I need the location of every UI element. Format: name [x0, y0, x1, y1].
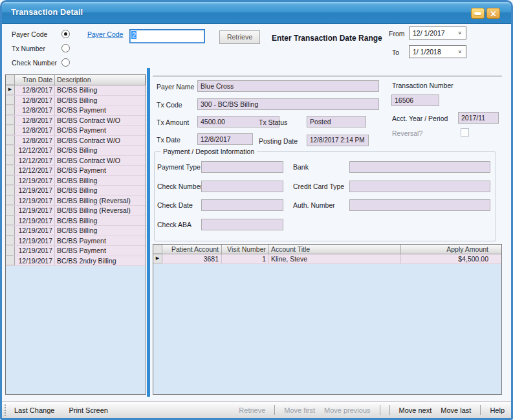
tran-date-column-header[interactable]: Tran Date [15, 75, 55, 85]
row-selector [6, 116, 15, 126]
tran-desc-cell: BC/BS Payment [55, 126, 146, 135]
reversal-checkbox[interactable] [461, 128, 469, 137]
tran-row[interactable]: 12/12/2017BC/BS Payment [6, 166, 146, 176]
tran-desc-cell: BC/BS Billing (Reversal) [55, 206, 146, 216]
payment-type-field [201, 161, 283, 173]
apply-grid-header: Patient Account Visit Number Account Tit… [153, 245, 501, 254]
payer-code-link[interactable]: Payer Code [87, 30, 123, 38]
tran-desc-cell: BC/BS Billing [55, 96, 146, 105]
visit-number-cell: 1 [222, 254, 269, 263]
tran-row[interactable]: 12/8/2017BC/BS Contract W/O [6, 136, 146, 146]
header-selector-cell [6, 75, 15, 85]
tran-row[interactable]: 12/8/2017BC/BS Contract W/O [6, 116, 146, 126]
apply-amount-cell: $4,500.00 [401, 254, 501, 263]
row-selector [6, 146, 15, 155]
bank-label: Bank [293, 163, 309, 171]
to-date-dropdown[interactable]: 1/ 1/2018 ∨ [409, 45, 466, 58]
tran-row[interactable]: 12/8/2017BC/BS Payment [6, 126, 146, 136]
tran-date-cell: 12/19/2017 [15, 206, 55, 216]
tran-row[interactable]: 12/19/2017BC/BS Billing [6, 176, 146, 186]
from-date-dropdown[interactable]: 12/ 1/2017 ∨ [409, 27, 466, 39]
radio-icon-payer-code[interactable] [61, 30, 70, 38]
tran-row[interactable]: 12/8/2017BC/BS Billing [6, 96, 146, 106]
from-label: From [389, 30, 405, 38]
tran-date-cell: 12/19/2017 [15, 256, 55, 266]
tran-desc-cell: BC/BS Payment [55, 105, 146, 115]
description-column-header[interactable]: Description [55, 75, 146, 85]
check-aba-label: Check ABA [157, 221, 191, 228]
posting-date-label: Posting Date [259, 137, 298, 145]
toolbar-grip-icon [5, 404, 6, 416]
toolbar-button-move-last[interactable]: Move last [441, 406, 471, 414]
payer-code-input[interactable]: 2 [129, 29, 205, 43]
panel-splitter[interactable] [147, 68, 150, 397]
tran-date-cell: 12/8/2017 [15, 105, 55, 115]
current-row-arrow-icon: ▶ [8, 87, 12, 92]
row-selector [6, 226, 15, 236]
transaction-number-field: 16506 [391, 94, 439, 106]
tran-row[interactable]: 12/19/2017BC/BS Billing (Reversal) [6, 196, 146, 206]
account-title-cell: Kline, Steve [269, 254, 401, 263]
auth-number-field [349, 199, 490, 211]
acct-year-period-field: 2017/11 [458, 112, 499, 124]
window-title: Transaction Detail [11, 2, 83, 23]
tran-row[interactable]: 12/8/2017BC/BS Payment [6, 105, 146, 116]
tran-row[interactable]: 12/19/2017BC/BS Billing [6, 226, 146, 236]
tran-row[interactable]: ▶12/8/2017BC/BS Billing [6, 85, 146, 96]
transaction-rows: ▶12/8/2017BC/BS Billing12/8/2017BC/BS Bi… [6, 85, 146, 266]
apply-amount-column-header[interactable]: Apply Amount [401, 245, 501, 254]
payment-type-label: Payment Type [157, 163, 201, 171]
toolbar-button-print-screen[interactable]: Print Screen [69, 406, 108, 414]
tran-date-cell: 12/19/2017 [15, 246, 55, 256]
check-number-label: Check Number [157, 182, 202, 190]
bank-field [349, 161, 490, 173]
tran-row[interactable]: 12/19/2017BC/BS Payment [6, 236, 146, 247]
tran-date-cell: 12/19/2017 [15, 196, 55, 206]
row-selector [6, 126, 15, 135]
tran-desc-cell: BC/BS Billing [55, 146, 146, 155]
tx-code-label: Tx Code [157, 101, 182, 109]
toolbar-button-move-next[interactable]: Move next [399, 406, 432, 414]
tran-row[interactable]: 12/19/2017BC/BS 2ndry Billing [6, 256, 146, 267]
tran-date-cell: 12/12/2017 [15, 166, 55, 175]
apply-row[interactable]: ▶36811Kline, Steve$4,500.00 [153, 254, 501, 264]
radio-icon-check-number[interactable] [61, 58, 70, 67]
header-selector-cell [153, 245, 162, 254]
radio-icon-tx-number[interactable] [61, 44, 70, 52]
toolbar-button-help[interactable]: Help [490, 406, 505, 414]
row-selector [6, 136, 15, 146]
tran-row[interactable]: 12/12/2017BC/BS Contract W/O [6, 156, 146, 166]
tran-date-cell: 12/19/2017 [15, 186, 55, 195]
toolbar-button-last-change[interactable]: Last Change [14, 406, 54, 414]
from-date-value: 12/ 1/2017 [413, 29, 445, 37]
tran-row[interactable]: 12/12/2017BC/BS Billing [6, 146, 146, 156]
close-button[interactable]: × [486, 8, 500, 19]
tran-row[interactable]: 12/19/2017BC/BS Billing [6, 216, 146, 227]
row-selector [6, 236, 15, 246]
toolbar-button-retrieve: Retrieve [239, 406, 265, 414]
visit-number-column-header[interactable]: Visit Number [222, 245, 269, 254]
tran-date-cell: 12/12/2017 [15, 156, 55, 166]
tran-row[interactable]: 12/19/2017BC/BS Billing [6, 186, 146, 196]
tran-desc-cell: BC/BS Contract W/O [55, 156, 146, 166]
account-title-column-header[interactable]: Account Title [269, 245, 401, 254]
row-selector [6, 206, 15, 216]
apply-amount-grid: Patient Account Visit Number Account Tit… [153, 244, 502, 395]
tran-date-cell: 12/8/2017 [15, 96, 55, 105]
row-selector [6, 196, 15, 206]
row-selector [6, 105, 15, 115]
patient-account-column-header[interactable]: Patient Account [162, 245, 222, 254]
toolbar-right-group: RetrieveMove firstMove previousMove next… [239, 405, 505, 415]
minimize-button[interactable] [471, 8, 485, 19]
payer-name-field: Blue Cross [197, 80, 379, 92]
transaction-list-grid: Tran Date Description ▶12/8/2017BC/BS Bi… [5, 74, 146, 395]
chevron-down-icon: ∨ [457, 49, 462, 54]
current-row-selector: ▶ [6, 85, 15, 95]
payer-name-label: Payer Name [157, 83, 194, 91]
tran-desc-cell: BC/BS Billing [55, 176, 146, 186]
tran-row[interactable]: 12/19/2017BC/BS Payment [6, 246, 146, 256]
retrieve-button[interactable]: Retrieve [219, 30, 260, 44]
row-selector [6, 156, 15, 166]
tran-row[interactable]: 12/19/2017BC/BS Billing (Reversal) [6, 206, 146, 216]
row-selector [6, 176, 15, 186]
